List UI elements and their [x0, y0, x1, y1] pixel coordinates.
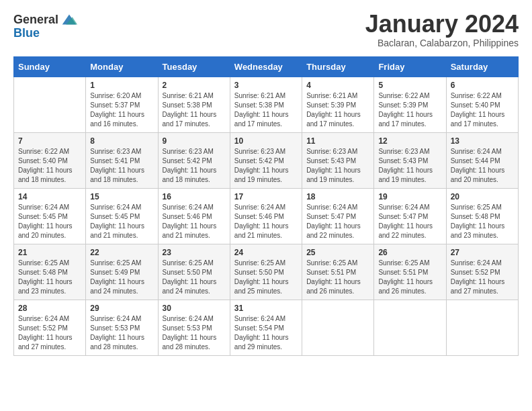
cell-content: Sunrise: 6:23 AM Sunset: 5:43 PM Dayligh… [378, 147, 441, 185]
cell-content: Sunrise: 6:24 AM Sunset: 5:46 PM Dayligh… [234, 203, 298, 240]
cell-content: Sunrise: 6:24 AM Sunset: 5:52 PM Dayligh… [451, 259, 514, 296]
day-number: 27 [451, 248, 514, 257]
calendar-cell: 20 Sunrise: 6:25 AM Sunset: 5:48 PM Dayl… [446, 188, 518, 244]
page-header: General Blue January 2024 Baclaran, Cala… [13, 11, 519, 48]
calendar-cell: 6 Sunrise: 6:22 AM Sunset: 5:40 PM Dayli… [446, 77, 518, 132]
day-number: 3 [234, 81, 298, 90]
cell-content: Sunrise: 6:24 AM Sunset: 5:47 PM Dayligh… [378, 203, 441, 240]
weekday-header-wednesday: Wednesday [230, 56, 302, 77]
calendar-cell: 9 Sunrise: 6:23 AM Sunset: 5:42 PM Dayli… [158, 132, 230, 188]
day-number: 25 [306, 248, 369, 257]
calendar-cell: 30 Sunrise: 6:24 AM Sunset: 5:53 PM Dayl… [158, 300, 230, 355]
calendar-cell: 24 Sunrise: 6:25 AM Sunset: 5:50 PM Dayl… [230, 244, 302, 300]
day-number: 4 [306, 81, 369, 90]
weekday-header-thursday: Thursday [302, 56, 374, 77]
cell-content: Sunrise: 6:24 AM Sunset: 5:44 PM Dayligh… [451, 147, 514, 185]
calendar-cell: 18 Sunrise: 6:24 AM Sunset: 5:47 PM Dayl… [302, 188, 374, 244]
day-number: 10 [234, 136, 298, 146]
cell-content: Sunrise: 6:25 AM Sunset: 5:48 PM Dayligh… [451, 203, 514, 240]
logo-blue-text: Blue [13, 27, 40, 40]
calendar-week-4: 21 Sunrise: 6:25 AM Sunset: 5:48 PM Dayl… [14, 244, 519, 300]
weekday-header-sunday: Sunday [14, 56, 86, 77]
cell-content: Sunrise: 6:25 AM Sunset: 5:48 PM Dayligh… [18, 259, 81, 296]
cell-content: Sunrise: 6:25 AM Sunset: 5:49 PM Dayligh… [90, 259, 153, 296]
cell-content: Sunrise: 6:21 AM Sunset: 5:38 PM Dayligh… [234, 91, 298, 129]
calendar-cell: 10 Sunrise: 6:23 AM Sunset: 5:42 PM Dayl… [230, 132, 302, 188]
cell-content: Sunrise: 6:25 AM Sunset: 5:51 PM Dayligh… [378, 259, 441, 296]
calendar-cell: 25 Sunrise: 6:25 AM Sunset: 5:51 PM Dayl… [302, 244, 374, 300]
calendar-cell: 2 Sunrise: 6:21 AM Sunset: 5:38 PM Dayli… [158, 77, 230, 132]
cell-content: Sunrise: 6:24 AM Sunset: 5:45 PM Dayligh… [90, 203, 153, 240]
cell-content: Sunrise: 6:25 AM Sunset: 5:50 PM Dayligh… [163, 259, 226, 296]
cell-content: Sunrise: 6:24 AM Sunset: 5:53 PM Dayligh… [90, 314, 153, 352]
cell-content: Sunrise: 6:20 AM Sunset: 5:37 PM Dayligh… [90, 91, 153, 129]
calendar-week-3: 14 Sunrise: 6:24 AM Sunset: 5:45 PM Dayl… [14, 188, 519, 244]
calendar-cell: 4 Sunrise: 6:21 AM Sunset: 5:39 PM Dayli… [302, 77, 374, 132]
cell-content: Sunrise: 6:22 AM Sunset: 5:40 PM Dayligh… [18, 147, 81, 185]
cell-content: Sunrise: 6:23 AM Sunset: 5:41 PM Dayligh… [90, 147, 153, 185]
calendar-cell [446, 300, 518, 355]
day-number: 6 [451, 81, 514, 90]
cell-content: Sunrise: 6:23 AM Sunset: 5:43 PM Dayligh… [306, 147, 369, 185]
cell-content: Sunrise: 6:25 AM Sunset: 5:50 PM Dayligh… [234, 259, 298, 296]
weekday-header-row: SundayMondayTuesdayWednesdayThursdayFrid… [14, 56, 519, 77]
day-number: 18 [306, 192, 369, 201]
day-number: 17 [234, 192, 298, 201]
calendar-cell: 15 Sunrise: 6:24 AM Sunset: 5:45 PM Dayl… [86, 188, 158, 244]
calendar-cell: 14 Sunrise: 6:24 AM Sunset: 5:45 PM Dayl… [14, 188, 86, 244]
day-number: 12 [378, 136, 441, 146]
calendar-cell: 13 Sunrise: 6:24 AM Sunset: 5:44 PM Dayl… [446, 132, 518, 188]
calendar-cell: 16 Sunrise: 6:24 AM Sunset: 5:46 PM Dayl… [158, 188, 230, 244]
day-number: 20 [451, 192, 514, 201]
day-number: 23 [163, 248, 226, 257]
cell-content: Sunrise: 6:24 AM Sunset: 5:45 PM Dayligh… [18, 203, 81, 240]
calendar-cell: 29 Sunrise: 6:24 AM Sunset: 5:53 PM Dayl… [86, 300, 158, 355]
calendar-cell: 5 Sunrise: 6:22 AM Sunset: 5:39 PM Dayli… [374, 77, 446, 132]
day-number: 15 [90, 192, 153, 201]
calendar-table: SundayMondayTuesdayWednesdayThursdayFrid… [13, 56, 519, 356]
cell-content: Sunrise: 6:24 AM Sunset: 5:47 PM Dayligh… [306, 203, 369, 240]
month-title: January 2024 [365, 11, 519, 38]
day-number: 28 [18, 304, 81, 313]
weekday-header-friday: Friday [374, 56, 446, 77]
title-section: January 2024 Baclaran, Calabarzon, Phili… [365, 11, 519, 48]
calendar-cell: 19 Sunrise: 6:24 AM Sunset: 5:47 PM Dayl… [374, 188, 446, 244]
logo-general-text: General [13, 13, 58, 27]
day-number: 31 [234, 304, 298, 313]
calendar-week-1: 1 Sunrise: 6:20 AM Sunset: 5:37 PM Dayli… [14, 77, 519, 132]
calendar-cell: 27 Sunrise: 6:24 AM Sunset: 5:52 PM Dayl… [446, 244, 518, 300]
weekday-header-tuesday: Tuesday [158, 56, 230, 77]
cell-content: Sunrise: 6:23 AM Sunset: 5:42 PM Dayligh… [163, 147, 226, 185]
calendar-week-5: 28 Sunrise: 6:24 AM Sunset: 5:52 PM Dayl… [14, 300, 519, 355]
calendar-cell: 22 Sunrise: 6:25 AM Sunset: 5:49 PM Dayl… [86, 244, 158, 300]
cell-content: Sunrise: 6:25 AM Sunset: 5:51 PM Dayligh… [306, 259, 369, 296]
cell-content: Sunrise: 6:24 AM Sunset: 5:54 PM Dayligh… [234, 314, 298, 352]
calendar-cell: 3 Sunrise: 6:21 AM Sunset: 5:38 PM Dayli… [230, 77, 302, 132]
cell-content: Sunrise: 6:24 AM Sunset: 5:46 PM Dayligh… [163, 203, 226, 240]
day-number: 9 [163, 136, 226, 146]
weekday-header-saturday: Saturday [446, 56, 518, 77]
day-number: 2 [163, 81, 226, 90]
day-number: 8 [90, 136, 153, 146]
calendar-cell: 26 Sunrise: 6:25 AM Sunset: 5:51 PM Dayl… [374, 244, 446, 300]
logo: General Blue [13, 11, 79, 40]
day-number: 14 [18, 192, 81, 201]
calendar-cell: 21 Sunrise: 6:25 AM Sunset: 5:48 PM Dayl… [14, 244, 86, 300]
calendar-cell [302, 300, 374, 355]
calendar-cell: 11 Sunrise: 6:23 AM Sunset: 5:43 PM Dayl… [302, 132, 374, 188]
calendar-cell [14, 77, 86, 132]
day-number: 16 [163, 192, 226, 201]
cell-content: Sunrise: 6:23 AM Sunset: 5:42 PM Dayligh… [234, 147, 298, 185]
calendar-cell: 8 Sunrise: 6:23 AM Sunset: 5:41 PM Dayli… [86, 132, 158, 188]
calendar-week-2: 7 Sunrise: 6:22 AM Sunset: 5:40 PM Dayli… [14, 132, 519, 188]
day-number: 5 [378, 81, 441, 90]
day-number: 29 [90, 304, 153, 313]
cell-content: Sunrise: 6:21 AM Sunset: 5:39 PM Dayligh… [306, 91, 369, 129]
day-number: 24 [234, 248, 298, 257]
calendar-cell: 28 Sunrise: 6:24 AM Sunset: 5:52 PM Dayl… [14, 300, 86, 355]
calendar-cell: 23 Sunrise: 6:25 AM Sunset: 5:50 PM Dayl… [158, 244, 230, 300]
day-number: 13 [451, 136, 514, 146]
cell-content: Sunrise: 6:22 AM Sunset: 5:40 PM Dayligh… [451, 91, 514, 129]
weekday-header-monday: Monday [86, 56, 158, 77]
calendar-cell: 12 Sunrise: 6:23 AM Sunset: 5:43 PM Dayl… [374, 132, 446, 188]
